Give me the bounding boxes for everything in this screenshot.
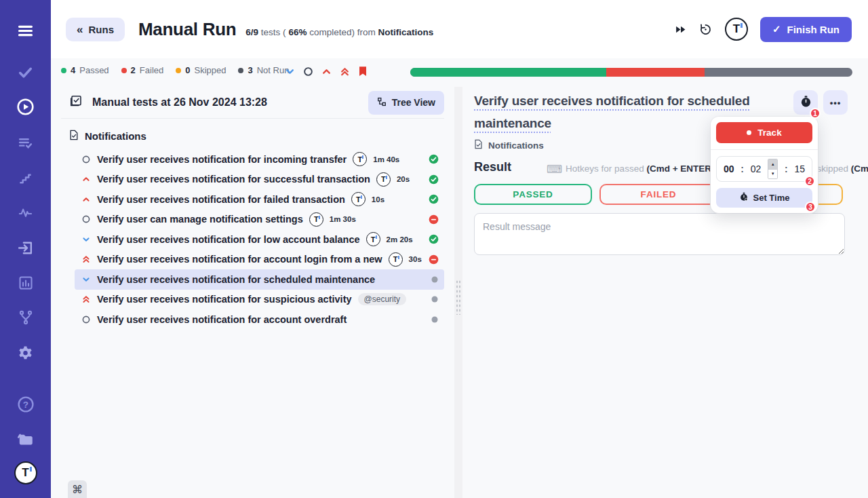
test-duration: 20s <box>397 175 410 183</box>
priority-normal-icon <box>81 155 91 164</box>
test-name: Verify user receives notification for sc… <box>97 274 375 285</box>
hours-field[interactable]: 00 <box>724 164 734 174</box>
priority-critical-icon <box>81 294 91 304</box>
priority-normal-icon <box>81 214 91 224</box>
test-name: Verify user receives notification for su… <box>97 174 370 185</box>
timer-button[interactable]: 1 <box>793 90 818 115</box>
document-check-icon <box>474 139 483 151</box>
record-dot-icon <box>747 130 751 135</box>
priority-high-icon <box>81 174 91 184</box>
seconds-field[interactable]: 15 <box>794 164 805 174</box>
test-folder-breadcrumb[interactable]: Notifications <box>474 139 544 151</box>
status-count-passed: 4 Passed <box>61 65 109 75</box>
status-count-failed: 2 Failed <box>121 65 164 75</box>
result-passed-button[interactable]: PASSED <box>474 184 592 205</box>
test-row[interactable]: Verify user receives notification for su… <box>75 170 444 190</box>
play-circle-icon[interactable] <box>0 93 51 120</box>
document-check-icon <box>69 130 79 142</box>
run-checklist-icon <box>69 94 83 111</box>
test-name: Verify user can manage notification sett… <box>97 214 303 225</box>
import-icon[interactable] <box>0 234 51 261</box>
list-check-icon[interactable] <box>0 129 51 156</box>
app-logo-icon: T <box>309 212 323 227</box>
chevron-up-icon[interactable] <box>321 66 332 77</box>
priority-high-icon <box>81 195 91 204</box>
run-panel: Manual tests at 26 Nov 2024 13:28 Tree V… <box>61 87 444 498</box>
progress-segment-passed <box>410 68 606 77</box>
step-badge-3: 3 <box>805 202 816 212</box>
double-chevron-up-icon[interactable] <box>340 66 350 77</box>
test-duration: 10s <box>372 195 384 204</box>
stepper-down-icon[interactable]: ▼ <box>768 169 777 179</box>
test-row[interactable]: Verify user receives notification for fa… <box>75 189 444 210</box>
test-duration: 2m 20s <box>387 235 413 244</box>
status-passed-icon <box>429 234 439 244</box>
set-time-button[interactable]: Set Time 3 <box>716 188 812 208</box>
test-row[interactable]: Verify user receives notification for ac… <box>75 309 444 330</box>
result-message-input[interactable] <box>474 213 845 255</box>
help-icon[interactable]: ? <box>0 391 51 418</box>
test-name: Verify user receives notification for fa… <box>97 194 345 205</box>
status-passed-icon <box>429 154 439 164</box>
more-options-button[interactable]: ••• <box>823 90 848 115</box>
run-progress-bar <box>410 68 852 77</box>
suite-folder-notifications[interactable]: Notifications <box>69 130 444 142</box>
hotkeys-hint-button[interactable]: ⌘ <box>68 480 87 498</box>
panel-splitter[interactable] <box>454 87 462 498</box>
status-none-icon <box>431 275 439 284</box>
check-icon[interactable] <box>0 58 51 85</box>
fast-forward-icon[interactable] <box>675 24 686 35</box>
hotkeys-hint: ⌨Hotkeys for passed (Cmd + ENTER) , fail… <box>547 163 868 176</box>
test-name: Verify user receives notification for in… <box>97 154 347 165</box>
status-passed-icon <box>429 174 439 185</box>
circle-icon[interactable] <box>303 66 313 77</box>
gear-icon[interactable] <box>0 339 51 366</box>
result-failed-button[interactable]: FAILED <box>599 184 717 205</box>
track-time-button[interactable]: Track <box>716 122 812 143</box>
app-logo-icon: T <box>376 172 391 187</box>
tree-view-icon <box>377 97 387 109</box>
stepper-up-icon[interactable]: ▲ <box>768 159 777 169</box>
test-duration: 30s <box>409 255 422 263</box>
test-row[interactable]: Verify user receives notification for su… <box>75 290 444 310</box>
priority-low-icon <box>81 275 91 284</box>
test-row[interactable]: Verify user receives notification for lo… <box>75 229 444 250</box>
priority-normal-icon <box>81 315 91 324</box>
app-logo-icon: T <box>389 252 403 267</box>
test-duration: 1m 30s <box>330 215 356 223</box>
test-name: Verify user receives notification for su… <box>97 294 352 305</box>
priority-filters <box>285 66 368 77</box>
test-name: Verify user receives notification for ac… <box>97 254 382 265</box>
status-dot-icon <box>176 68 181 73</box>
branch-icon[interactable] <box>0 304 51 331</box>
status-passed-icon <box>429 194 439 204</box>
status-counts: 4 Passed2 Failed0 Skipped3 Not Run <box>61 65 289 75</box>
test-row[interactable]: Verify user can manage notification sett… <box>75 210 444 230</box>
popup-divider <box>711 149 818 150</box>
keyboard-icon: ⌨ <box>547 164 562 175</box>
test-row[interactable]: Verify user receives notification for sc… <box>75 269 444 290</box>
back-to-runs-button[interactable]: « Runs <box>66 18 125 41</box>
folder-icon[interactable] <box>0 425 51 453</box>
bar-chart-icon[interactable] <box>0 269 51 296</box>
test-row[interactable]: Verify user receives notification for ac… <box>75 250 444 270</box>
tree-view-button[interactable]: Tree View <box>368 91 444 115</box>
finish-run-button[interactable]: ✓ Finish Run <box>760 17 852 42</box>
chevron-down-icon[interactable] <box>285 66 295 77</box>
test-tag: @security <box>358 293 407 305</box>
test-list: Verify user receives notification for in… <box>61 149 444 330</box>
double-chevron-left-icon: « <box>77 24 83 35</box>
steps-icon[interactable] <box>0 164 51 191</box>
pulse-icon[interactable] <box>0 199 51 226</box>
menu-icon[interactable] <box>0 17 51 44</box>
progress-segment-failed <box>606 68 705 77</box>
rerun-history-icon[interactable] <box>698 22 713 37</box>
status-count-skipped: 0 Skipped <box>176 65 226 75</box>
test-duration: 1m 40s <box>373 155 399 164</box>
minutes-field[interactable]: 02 <box>751 164 762 174</box>
app-logo-icon[interactable]: T <box>725 18 748 41</box>
ellipsis-icon: ••• <box>830 98 842 108</box>
logo-icon[interactable]: T <box>0 459 51 486</box>
bookmark-icon[interactable] <box>358 66 368 77</box>
test-row[interactable]: Verify user receives notification for in… <box>75 149 444 170</box>
